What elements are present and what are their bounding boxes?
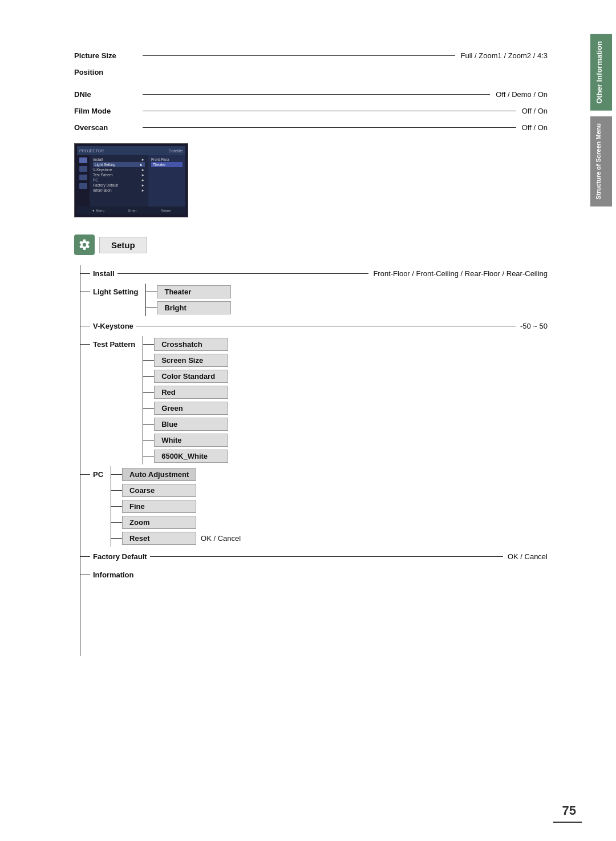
auto-adj-box: Auto Adjustment	[122, 468, 196, 481]
picture-size-label: Picture Size	[74, 51, 137, 60]
pc-block: PC Auto Adjustment Coarse	[80, 466, 548, 546]
scr-sub-front-floor: Front-Floor	[151, 157, 183, 162]
crosshatch-dash	[143, 344, 154, 345]
reset-value: OK / Cancel	[196, 534, 241, 543]
scr-bottombar: ◄ Menu Enter Return	[77, 207, 185, 215]
scr-body: Install► Light Setting► V-Keystone► Test…	[77, 155, 185, 207]
dnie-value: Off / Demo / On	[496, 90, 548, 99]
green-box: Green	[154, 402, 228, 415]
screenshot-inner: PROJECTOR Satellite Install► Light Sett	[75, 144, 188, 217]
vkeystone-dash	[80, 326, 90, 326]
scr-icon-2	[79, 166, 87, 172]
reset-dash	[111, 538, 122, 539]
page-number-line	[553, 822, 582, 823]
menu-row-film-mode: Film Mode Off / On	[74, 107, 548, 115]
menu-row-picture-size: Picture Size Full / Zoom1 / Zoom2 / 4:3	[74, 51, 548, 60]
vkeystone-value: -50 ~ 50	[516, 322, 548, 330]
light-sub-container: Theater Bright	[145, 284, 231, 316]
red-row: Red	[143, 384, 228, 400]
zoom-dash	[111, 522, 122, 523]
fine-box: Fine	[122, 500, 196, 513]
crosshatch-box: Crosshatch	[154, 338, 228, 351]
k-white-dash	[143, 456, 154, 456]
page-container: Other Information Structure of Screen Me…	[0, 0, 616, 841]
color-standard-dash	[143, 376, 154, 377]
scr-menu-item-install: Install►	[93, 157, 145, 162]
factory-hline	[150, 556, 503, 557]
screenshot-box: PROJECTOR Satellite Install► Light Sett	[74, 143, 188, 217]
gear-icon	[78, 238, 91, 251]
factory-default-label: Factory Default	[90, 552, 150, 561]
scr-menu-item-information: Information►	[93, 188, 145, 193]
page-number: 75	[562, 803, 576, 818]
light-setting-block: Light Setting Theater	[80, 284, 548, 316]
theater-box: Theater	[157, 285, 231, 298]
light-vline	[145, 284, 146, 316]
screen-size-box: Screen Size	[154, 354, 228, 367]
setup-icon	[74, 234, 95, 255]
scr-topbar: PROJECTOR Satellite	[77, 146, 185, 155]
factory-dash	[80, 556, 90, 557]
screen-size-dash	[143, 360, 154, 361]
overscan-line	[143, 127, 516, 128]
red-dash	[143, 392, 154, 393]
tree-root: Install Front-Floor / Front-Ceiling / Re…	[80, 265, 548, 583]
fine-row: Fine	[111, 498, 241, 514]
scr-topbar-right: Satellite	[169, 149, 183, 153]
sidebar-structure-label: Structure of Screen Menu	[590, 116, 612, 207]
factory-default-row: Factory Default OK / Cancel	[80, 548, 548, 564]
install-hline	[117, 273, 369, 274]
theater-row: Theater	[145, 284, 231, 300]
overscan-value: Off / On	[522, 123, 548, 132]
film-mode-value: Off / On	[522, 107, 548, 115]
scr-menu-list: Install► Light Setting► V-Keystone► Test…	[90, 155, 148, 207]
pc-sub-container: Auto Adjustment Coarse Fine	[111, 466, 241, 546]
green-row: Green	[143, 400, 228, 416]
coarse-dash	[111, 490, 122, 491]
scr-menu-item-vkeystone: V-Keystone►	[93, 167, 145, 172]
main-content: Picture Size Full / Zoom1 / Zoom2 / 4:3 …	[74, 34, 548, 583]
information-dash	[80, 575, 90, 575]
color-standard-row: Color Standard	[143, 368, 228, 384]
scr-btn-menu: ◄ Menu	[91, 209, 104, 212]
scr-topbar-left: PROJECTOR	[79, 149, 104, 153]
right-sidebar: Other Information Structure of Screen Me…	[586, 0, 616, 841]
bright-box: Bright	[157, 301, 231, 314]
setup-header: Setup	[74, 234, 548, 255]
pc-vline	[111, 466, 111, 547]
position-label: Position	[74, 68, 137, 76]
light-setting-label: Light Setting	[90, 284, 141, 300]
bright-dash	[145, 308, 157, 308]
color-standard-box: Color Standard	[154, 370, 228, 383]
coarse-box: Coarse	[122, 484, 196, 497]
test-dash	[80, 344, 90, 345]
vkeystone-hline	[136, 326, 516, 326]
reset-box: Reset	[122, 532, 196, 545]
scr-icon-4	[79, 183, 87, 189]
pc-dash	[80, 474, 90, 475]
sidebar-other-info-label: Other Information	[590, 34, 612, 111]
film-mode-line	[143, 111, 516, 111]
vkeystone-label: V-Keystone	[90, 322, 136, 330]
top-section: Picture Size Full / Zoom1 / Zoom2 / 4:3 …	[74, 51, 548, 132]
install-label: Install	[90, 269, 117, 278]
test-pattern-block: Test Pattern Crosshatch Screen Size	[80, 336, 548, 464]
scr-icon-1	[79, 157, 87, 163]
scr-btn-enter: Enter	[128, 209, 136, 212]
scr-menu-item-factorydefault: Factory Default►	[93, 183, 145, 188]
dnie-line	[143, 94, 490, 95]
scr-left-icons	[77, 155, 90, 207]
install-value: Front-Floor / Front-Ceiling / Rear-Floor…	[368, 269, 548, 278]
menu-row-position: Position	[74, 68, 548, 76]
test-sub-container: Crosshatch Screen Size Color Standard	[143, 336, 228, 464]
scr-submenu: Front-Floor Theater	[148, 155, 185, 207]
white-dash	[143, 440, 154, 440]
k-white-box: 6500K_White	[154, 450, 228, 463]
blue-box: Blue	[154, 418, 228, 431]
pc-label: PC	[90, 466, 106, 483]
white-row: White	[143, 432, 228, 448]
test-pattern-label: Test Pattern	[90, 336, 138, 353]
zoom-box: Zoom	[122, 516, 196, 529]
film-mode-label: Film Mode	[74, 107, 137, 115]
blue-row: Blue	[143, 416, 228, 432]
